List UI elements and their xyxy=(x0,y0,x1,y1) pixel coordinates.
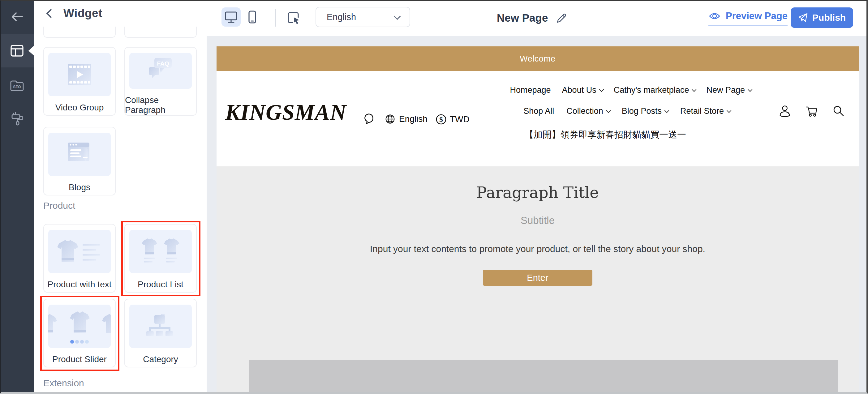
preview-canvas: Welcome KINGSMAN English xyxy=(207,36,868,394)
site-currency-selector[interactable]: $ TWD xyxy=(435,113,470,126)
layout-widget-icon xyxy=(9,44,25,58)
mobile-view-button[interactable] xyxy=(243,7,262,27)
video-group-icon xyxy=(48,53,111,96)
publish-label: Publish xyxy=(812,12,846,23)
paragraph-subtitle: Subtitle xyxy=(217,215,859,226)
paragraph-body: Input your text contents to promote your… xyxy=(217,244,859,254)
widget-card-label: Category xyxy=(143,354,178,364)
panel-title: Widget xyxy=(63,7,102,20)
desktop-monitor-icon xyxy=(224,10,238,24)
sidebar-item-widgets[interactable] xyxy=(0,34,34,67)
nav-item[interactable]: Collection xyxy=(566,106,610,116)
active-pointer xyxy=(28,45,34,56)
seo-folder-icon: SEO xyxy=(9,78,25,92)
editor-sidebar: SEO xyxy=(0,0,34,394)
language-dropdown-value: English xyxy=(327,12,356,22)
announcement-text: Welcome xyxy=(520,54,556,64)
page-title-group: New Page xyxy=(497,0,567,36)
widget-panel: Widget Video Group FAQ Collapse xyxy=(34,0,207,394)
svg-text:SEO: SEO xyxy=(13,85,21,89)
publish-button[interactable]: Publish xyxy=(790,7,853,28)
cart-icon[interactable] xyxy=(805,104,818,117)
site-language-value: English xyxy=(399,114,428,124)
section-header-product: Product xyxy=(43,200,75,211)
sidebar-back-button[interactable] xyxy=(0,0,34,33)
chevron-down-icon xyxy=(394,13,401,20)
search-icon[interactable] xyxy=(832,104,844,117)
mobile-phone-icon xyxy=(245,10,259,24)
widget-card-product-with-text[interactable]: Product with text xyxy=(43,224,116,293)
editor-toolbar: English New Page Preview Page Publis xyxy=(207,0,868,36)
site-nav-primary: Homepage About Us Cathy's marketplace Ne… xyxy=(510,85,751,95)
site-language-selector[interactable]: English xyxy=(384,113,428,125)
panel-header: Widget xyxy=(34,0,207,27)
paragraph-title: Paragraph Title xyxy=(217,166,859,202)
site-logo[interactable]: KINGSMAN xyxy=(225,100,346,125)
edit-pencil-icon[interactable] xyxy=(555,12,567,24)
paragraph-section: Paragraph Title Subtitle Input your text… xyxy=(217,166,859,394)
cursor-select-icon xyxy=(286,10,301,25)
widget-card-label: Product with text xyxy=(48,280,112,290)
image-placeholder-block[interactable] xyxy=(249,360,838,394)
page-title: New Page xyxy=(497,12,548,24)
nav-item[interactable]: Retail Store xyxy=(680,106,730,116)
preview-page-label: Preview Page xyxy=(726,10,787,22)
chevron-down-icon xyxy=(726,108,732,113)
select-element-button[interactable] xyxy=(285,9,302,27)
highlight-box-product-list xyxy=(121,221,200,296)
paper-plane-icon xyxy=(798,13,808,23)
chevron-down-icon xyxy=(599,87,604,92)
faq-bubbles-icon: FAQ xyxy=(129,53,192,89)
blogs-icon xyxy=(48,133,111,176)
nav-item[interactable]: Homepage xyxy=(510,85,551,95)
nav-item[interactable]: Cathy's marketplace xyxy=(614,85,695,95)
eye-icon xyxy=(708,11,721,21)
nav-item[interactable]: Shop All xyxy=(523,106,554,116)
widget-card-label: Video Group xyxy=(55,103,104,112)
site-header: KINGSMAN English xyxy=(217,71,859,166)
chevron-down-icon xyxy=(748,87,753,92)
widget-card-category[interactable]: Category xyxy=(124,299,197,367)
site-preview: Welcome KINGSMAN English xyxy=(217,36,859,394)
site-header-icons xyxy=(779,104,844,117)
preview-page-link[interactable]: Preview Page xyxy=(708,10,787,26)
nav-item[interactable]: New Page xyxy=(706,85,751,95)
sidebar-item-design[interactable] xyxy=(0,102,34,135)
back-arrow-icon xyxy=(10,10,24,23)
widget-card-collapse-paragraph[interactable]: FAQ Collapse Paragraph xyxy=(124,47,197,116)
enter-button[interactable]: Enter xyxy=(483,270,592,286)
toolbar-divider xyxy=(275,9,276,27)
account-icon[interactable] xyxy=(779,104,790,117)
widget-card-blogs[interactable]: Blogs xyxy=(43,127,116,195)
site-nav-secondary: Shop All Collection Blog Posts Retail St… xyxy=(523,106,730,116)
chat-bubble-icon[interactable] xyxy=(362,111,376,126)
svg-text:$: $ xyxy=(439,116,443,123)
panel-back-chevron-icon[interactable] xyxy=(46,9,56,18)
promo-banner-text[interactable]: 【加開】領券即享新春招財貓貓買一送一 xyxy=(525,129,686,141)
chevron-down-icon xyxy=(664,108,670,113)
widget-card-label: Collapse Paragraph xyxy=(125,95,196,115)
site-currency-value: TWD xyxy=(450,114,470,124)
category-icon xyxy=(129,305,192,348)
dollar-circle-icon: $ xyxy=(435,113,447,126)
globe-icon xyxy=(384,113,396,125)
svg-text:FAQ: FAQ xyxy=(157,60,169,67)
editor-language-dropdown[interactable]: English xyxy=(315,7,410,27)
desktop-view-button[interactable] xyxy=(221,7,241,27)
chevron-down-icon xyxy=(692,87,696,92)
nav-item[interactable]: Blog Posts xyxy=(622,106,668,116)
sidebar-item-seo[interactable]: SEO xyxy=(0,69,34,102)
highlight-box-product-slider xyxy=(40,296,119,371)
announcement-banner[interactable]: Welcome xyxy=(217,46,859,71)
widget-card-label: Blogs xyxy=(69,183,90,192)
widget-card-video-group[interactable]: Video Group xyxy=(43,47,116,116)
chevron-down-icon xyxy=(606,108,611,113)
product-with-text-icon xyxy=(48,230,111,273)
paint-roller-icon xyxy=(9,111,25,127)
section-header-extension: Extension xyxy=(43,378,84,388)
nav-item[interactable]: About Us xyxy=(562,85,602,95)
